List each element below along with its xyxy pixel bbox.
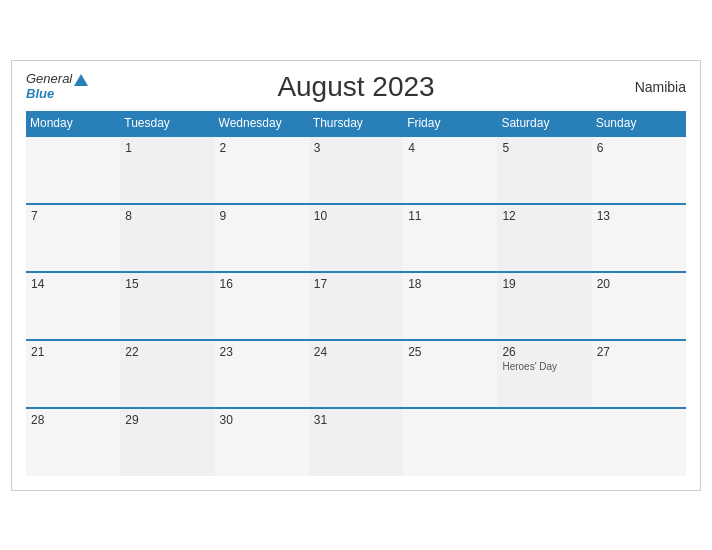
calendar-cell: 29: [120, 408, 214, 476]
weekday-header-row: Monday Tuesday Wednesday Thursday Friday…: [26, 111, 686, 136]
day-number: 3: [314, 141, 398, 155]
calendar-cell: [403, 408, 497, 476]
weekday-monday: Monday: [26, 111, 120, 136]
day-number: 21: [31, 345, 115, 359]
calendar-cell: 5: [497, 136, 591, 204]
day-number: 17: [314, 277, 398, 291]
day-number: 26: [502, 345, 586, 359]
calendar-container: General Blue August 2023 Namibia Monday …: [11, 60, 701, 491]
calendar-header: General Blue August 2023 Namibia: [26, 71, 686, 103]
calendar-cell: 28: [26, 408, 120, 476]
day-number: 4: [408, 141, 492, 155]
weekday-wednesday: Wednesday: [215, 111, 309, 136]
day-number: 1: [125, 141, 209, 155]
calendar-cell: 12: [497, 204, 591, 272]
calendar-cell: 15: [120, 272, 214, 340]
day-number: 9: [220, 209, 304, 223]
weekday-thursday: Thursday: [309, 111, 403, 136]
day-number: 7: [31, 209, 115, 223]
calendar-cell: 17: [309, 272, 403, 340]
day-number: 11: [408, 209, 492, 223]
day-number: 15: [125, 277, 209, 291]
day-number: 28: [31, 413, 115, 427]
day-number: 2: [220, 141, 304, 155]
calendar-cell: 25: [403, 340, 497, 408]
day-number: 14: [31, 277, 115, 291]
calendar-cell: 11: [403, 204, 497, 272]
calendar-week-row: 14151617181920: [26, 272, 686, 340]
calendar-cell: 31: [309, 408, 403, 476]
calendar-cell: 1: [120, 136, 214, 204]
calendar-cell: [497, 408, 591, 476]
calendar-cell: 22: [120, 340, 214, 408]
calendar-cell: 24: [309, 340, 403, 408]
calendar-cell: 13: [592, 204, 686, 272]
calendar-week-row: 212223242526Heroes' Day27: [26, 340, 686, 408]
calendar-table: Monday Tuesday Wednesday Thursday Friday…: [26, 111, 686, 476]
calendar-cell: 20: [592, 272, 686, 340]
day-number: 8: [125, 209, 209, 223]
logo-triangle-icon: [74, 74, 88, 86]
calendar-week-row: 123456: [26, 136, 686, 204]
day-number: 5: [502, 141, 586, 155]
calendar-cell: 10: [309, 204, 403, 272]
day-number: 18: [408, 277, 492, 291]
calendar-cell: 27: [592, 340, 686, 408]
day-number: 6: [597, 141, 681, 155]
logo-general-text: General: [26, 72, 88, 86]
day-number: 25: [408, 345, 492, 359]
calendar-cell: 18: [403, 272, 497, 340]
weekday-sunday: Sunday: [592, 111, 686, 136]
calendar-cell: 6: [592, 136, 686, 204]
day-number: 31: [314, 413, 398, 427]
day-number: 22: [125, 345, 209, 359]
day-number: 13: [597, 209, 681, 223]
calendar-cell: 23: [215, 340, 309, 408]
calendar-cell: 8: [120, 204, 214, 272]
calendar-cell: 19: [497, 272, 591, 340]
day-number: 29: [125, 413, 209, 427]
day-number: 12: [502, 209, 586, 223]
calendar-cell: 3: [309, 136, 403, 204]
day-number: 10: [314, 209, 398, 223]
calendar-cell: 26Heroes' Day: [497, 340, 591, 408]
calendar-cell: 4: [403, 136, 497, 204]
calendar-cell: [26, 136, 120, 204]
day-number: 27: [597, 345, 681, 359]
calendar-week-row: 28293031: [26, 408, 686, 476]
country-label: Namibia: [635, 79, 686, 95]
calendar-cell: 9: [215, 204, 309, 272]
calendar-title: August 2023: [277, 71, 434, 103]
calendar-cell: 7: [26, 204, 120, 272]
calendar-week-row: 78910111213: [26, 204, 686, 272]
day-number: 19: [502, 277, 586, 291]
day-event: Heroes' Day: [502, 361, 586, 372]
calendar-cell: 21: [26, 340, 120, 408]
weekday-tuesday: Tuesday: [120, 111, 214, 136]
calendar-cell: [592, 408, 686, 476]
calendar-cell: 16: [215, 272, 309, 340]
calendar-cell: 14: [26, 272, 120, 340]
calendar-cell: 2: [215, 136, 309, 204]
day-number: 16: [220, 277, 304, 291]
day-number: 20: [597, 277, 681, 291]
day-number: 23: [220, 345, 304, 359]
day-number: 24: [314, 345, 398, 359]
weekday-saturday: Saturday: [497, 111, 591, 136]
weekday-friday: Friday: [403, 111, 497, 136]
day-number: 30: [220, 413, 304, 427]
logo: General Blue: [26, 72, 88, 101]
logo-blue-text: Blue: [26, 87, 54, 101]
calendar-cell: 30: [215, 408, 309, 476]
